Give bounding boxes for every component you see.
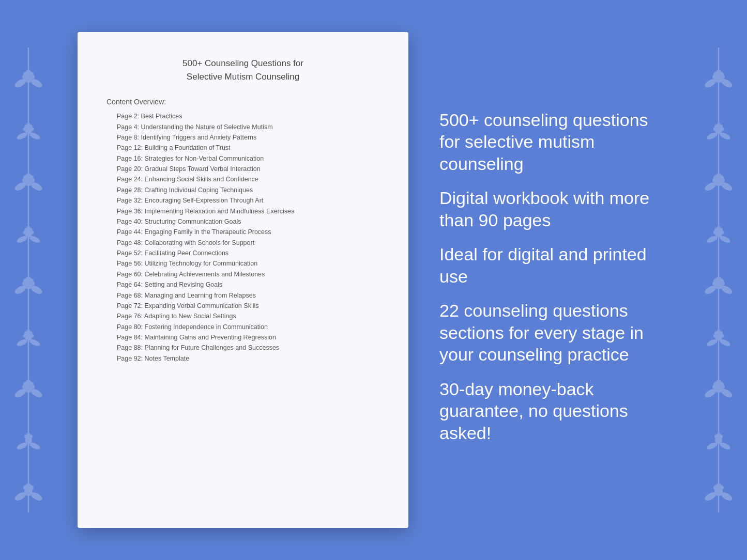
- svg-point-60: [26, 433, 31, 437]
- document-wrapper: 500+ Counseling Questions for Selective …: [72, 32, 414, 528]
- svg-point-45: [23, 334, 27, 338]
- svg-point-135: [721, 385, 725, 389]
- toc-page-num: Page 8:: [117, 134, 139, 141]
- svg-point-85: [716, 70, 721, 75]
- svg-point-147: [716, 483, 721, 488]
- svg-point-4: [26, 70, 31, 75]
- svg-point-125: [716, 330, 721, 334]
- feature-text-0: 500+ counseling questions for selective …: [439, 109, 659, 175]
- svg-point-110: [713, 231, 717, 235]
- toc-item: Page 72: Expanding Verbal Communication …: [106, 301, 379, 311]
- toc-item: Page 44: Engaging Family in the Therapeu…: [106, 227, 379, 237]
- right-panel: 500+ counseling questions for selective …: [414, 88, 690, 472]
- svg-point-36: [26, 276, 31, 282]
- toc-item: Page 88: Planning for Future Challenges …: [106, 343, 379, 353]
- toc-item: Page 80: Fostering Independence in Commu…: [106, 322, 379, 332]
- svg-point-12: [26, 123, 31, 127]
- floral-right-decoration: [690, 0, 747, 560]
- toc-item: Page 2: Best Practices: [106, 111, 379, 121]
- svg-point-13: [23, 128, 27, 131]
- svg-point-20: [26, 173, 31, 178]
- toc-item: Page 20: Gradual Steps Toward Verbal Int…: [106, 164, 379, 174]
- feature-text-1: Digital workbook with more than 90 pages: [439, 187, 659, 231]
- toc-page-num: Page 32:: [117, 197, 143, 204]
- toc-item: Page 92: Notes Template: [106, 353, 379, 364]
- floral-left-decoration: [0, 0, 57, 560]
- toc-item: Page 76: Adapting to New Social Settings: [106, 311, 379, 321]
- feature-text-4: 30-day money-back guarantee, no question…: [439, 378, 659, 444]
- svg-point-66: [26, 483, 31, 488]
- content-overview-label: Content Overview:: [106, 98, 379, 106]
- svg-point-37: [22, 282, 26, 286]
- svg-point-111: [721, 231, 724, 235]
- feature-text-2: Ideal for digital and printed use: [439, 243, 659, 287]
- svg-point-52: [26, 380, 31, 385]
- svg-point-29: [23, 231, 27, 235]
- toc-page-num: Page 68:: [117, 292, 143, 299]
- toc-item: Page 40: Structuring Communication Goals: [106, 216, 379, 227]
- document: 500+ Counseling Questions for Selective …: [78, 32, 408, 528]
- toc-page-num: Page 24:: [117, 176, 143, 183]
- svg-point-21: [22, 178, 26, 182]
- toc-item: Page 52: Facilitating Peer Connections: [106, 248, 379, 258]
- toc-page-num: Page 48:: [117, 239, 143, 246]
- toc-page-num: Page 84:: [117, 334, 143, 341]
- toc-page-num: Page 92:: [117, 355, 143, 362]
- svg-point-5: [22, 75, 26, 79]
- svg-point-119: [721, 282, 725, 286]
- svg-point-46: [31, 334, 34, 338]
- toc-page-num: Page 28:: [117, 186, 143, 194]
- toc-item: Page 8: Identifying Triggers and Anxiety…: [106, 132, 379, 143]
- svg-point-6: [31, 75, 35, 79]
- svg-point-53: [22, 385, 26, 389]
- svg-point-141: [716, 433, 721, 437]
- feature-text-3: 22 counseling questions sections for eve…: [439, 300, 659, 366]
- toc-item: Page 32: Encouraging Self-Expression Thr…: [106, 195, 379, 206]
- toc-item: Page 4: Understanding the Nature of Sele…: [106, 121, 379, 132]
- toc-item: Page 64: Setting and Revising Goals: [106, 279, 379, 290]
- toc-page-num: Page 88:: [117, 344, 143, 351]
- toc-page-num: Page 4:: [117, 123, 139, 131]
- toc-item: Page 28: Crafting Individual Coping Tech…: [106, 185, 379, 195]
- toc-item: Page 36: Implementing Relaxation and Min…: [106, 206, 379, 216]
- toc-page-num: Page 16:: [117, 155, 143, 162]
- toc-list: Page 2: Best PracticesPage 4: Understand…: [106, 111, 379, 364]
- toc-page-num: Page 60:: [117, 271, 143, 278]
- svg-point-44: [26, 330, 31, 334]
- toc-item: Page 24: Enhancing Social Skills and Con…: [106, 174, 379, 184]
- svg-point-94: [713, 128, 717, 131]
- svg-point-54: [31, 385, 35, 389]
- svg-point-117: [716, 276, 721, 282]
- toc-page-num: Page 72:: [117, 302, 143, 309]
- toc-page-num: Page 80:: [117, 323, 143, 331]
- toc-item: Page 56: Utilizing Technology for Commun…: [106, 258, 379, 269]
- doc-title: 500+ Counseling Questions for Selective …: [106, 57, 379, 83]
- toc-page-num: Page 52:: [117, 250, 143, 257]
- toc-page-num: Page 56:: [117, 260, 143, 267]
- toc-item: Page 12: Building a Foundation of Trust: [106, 143, 379, 153]
- toc-page-num: Page 12:: [117, 144, 143, 151]
- svg-point-86: [712, 75, 716, 79]
- svg-point-38: [31, 282, 35, 286]
- svg-point-102: [712, 178, 716, 182]
- svg-point-87: [721, 75, 725, 79]
- svg-point-126: [713, 334, 717, 338]
- toc-page-num: Page 76:: [117, 313, 143, 320]
- toc-page-num: Page 40:: [117, 218, 143, 225]
- toc-item: Page 68: Managing and Learning from Rela…: [106, 290, 379, 300]
- svg-point-30: [31, 231, 34, 235]
- toc-page-num: Page 44:: [117, 228, 143, 236]
- toc-item: Page 16: Strategies for Non-Verbal Commu…: [106, 153, 379, 164]
- toc-page-num: Page 36:: [117, 208, 143, 215]
- svg-point-127: [721, 334, 724, 338]
- toc-item: Page 60: Celebrating Achievements and Mi…: [106, 269, 379, 279]
- svg-point-22: [31, 178, 35, 182]
- toc-page-num: Page 2:: [117, 113, 139, 120]
- svg-point-101: [716, 173, 721, 178]
- svg-point-95: [721, 128, 724, 131]
- toc-item: Page 48: Collaborating with Schools for …: [106, 238, 379, 248]
- svg-point-14: [31, 128, 34, 131]
- svg-point-118: [712, 282, 716, 286]
- toc-page-num: Page 64:: [117, 281, 143, 288]
- svg-point-28: [26, 226, 31, 230]
